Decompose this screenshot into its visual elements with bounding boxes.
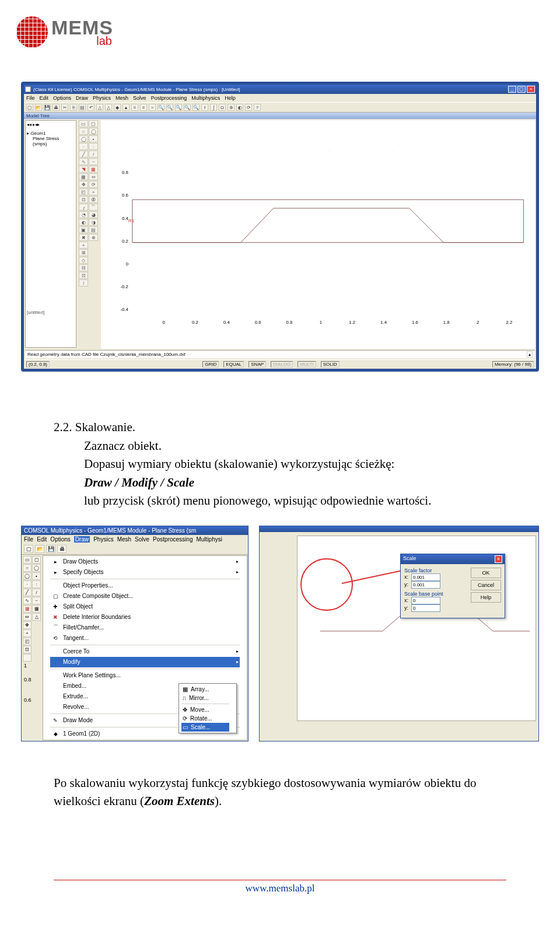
status-flag[interactable]: MULTI	[298, 361, 316, 368]
toolbar-icon[interactable]: ⊕	[228, 104, 235, 111]
toolbar-icon[interactable]: ◑	[89, 219, 98, 226]
toolbar-icon[interactable]: ▦	[89, 166, 98, 173]
menu-item[interactable]: Multiphysi	[196, 536, 222, 543]
delete-icon[interactable]: ✖	[79, 234, 88, 241]
toolbar-icon[interactable]: ⊡	[23, 646, 32, 653]
sub-rotate[interactable]: ⟳Rotate...	[181, 714, 229, 723]
menu-tangent[interactable]: ⟲Tangent...	[50, 633, 240, 643]
rotate-icon[interactable]: ⟳	[89, 181, 98, 188]
tree-child[interactable]: Plane Stress (smps)	[27, 136, 75, 146]
point-icon[interactable]: ·	[79, 143, 88, 150]
toolbar-icon[interactable]: ≡	[131, 104, 138, 111]
toolbar[interactable]: ▢ 📂 💾 🖶	[22, 544, 248, 555]
tree-btns[interactable]: ◂◂ ▸◂▸	[27, 122, 75, 127]
x-base-input[interactable]: 0	[411, 597, 440, 604]
sub-scale[interactable]: ▭Scale...	[181, 723, 229, 732]
save-icon[interactable]: 💾	[46, 545, 55, 553]
toolbar-icon[interactable]: ◔	[79, 211, 88, 218]
menubar[interactable]: File Edit Options Draw Physics Mesh Solv…	[24, 94, 536, 102]
toolbar-icon[interactable]: ◐	[79, 219, 88, 226]
model-tree[interactable]: ◂◂ ▸◂▸ ▸ Geom1 Plane Stress (smps) [unti…	[25, 120, 76, 348]
toolbar-icon[interactable]: :	[89, 143, 98, 150]
menu-item[interactable]: Solve	[135, 536, 149, 543]
ellipse-icon[interactable]: ◯	[89, 128, 98, 135]
ellipse-icon[interactable]: ○	[23, 564, 32, 572]
cancel-button[interactable]: Cancel	[471, 580, 501, 590]
toolbar-icon[interactable]: Ω	[219, 104, 226, 111]
line-icon[interactable]: /	[32, 589, 41, 596]
ellipse-icon[interactable]: ◯	[32, 564, 41, 572]
scale-icon[interactable]: ◰	[79, 188, 88, 195]
toolbar[interactable]: ▢ 📂 💾 🖶 ✂ ⎘ ▤ ↶ △ △ ◆ ▲ ≡ ≡ = 🔍 🔍 🔍 🔍 🔍 …	[24, 102, 536, 113]
menu-create-composite[interactable]: ▢Create Composite Object...	[50, 591, 240, 601]
line-icon[interactable]: ╱	[23, 589, 32, 596]
move-icon[interactable]: ✥	[23, 621, 32, 629]
toolbar-icon[interactable]: +	[23, 629, 32, 637]
toolbar-icon[interactable]: ⊗	[89, 234, 98, 241]
menu-item[interactable]: Draw	[76, 95, 88, 101]
ellipse-icon[interactable]: ◯	[79, 135, 88, 142]
toolbar-icon[interactable]: ≡	[140, 104, 147, 111]
modify-submenu[interactable]: ▦Array... ⎍Mirror... ✥Move... ⟳Rotate...…	[178, 683, 237, 733]
toolbar-icon[interactable]: •	[89, 135, 98, 142]
toolbar-icon[interactable]: ⟳	[245, 104, 252, 111]
point-icon[interactable]: ·	[23, 580, 32, 588]
toolbar-icon[interactable]: ▣	[79, 226, 88, 233]
line-icon[interactable]: ╱	[79, 151, 88, 158]
tangent-icon[interactable]: ⌒	[89, 204, 98, 211]
toolbar-icon[interactable]: :	[32, 580, 41, 588]
toolbar-icon[interactable]: ▦	[23, 605, 32, 613]
rect-icon[interactable]: ▢	[32, 556, 41, 564]
copy-icon[interactable]: ⎘	[70, 104, 77, 111]
open-icon[interactable]: 📂	[35, 104, 42, 111]
menu-item[interactable]: Edit	[37, 536, 47, 543]
menu-item[interactable]: Mesh	[116, 95, 128, 101]
maximize-button[interactable]: ▢	[517, 86, 526, 93]
curve-icon[interactable]: ∿	[79, 158, 88, 165]
rect-icon[interactable]: ▭	[79, 120, 88, 127]
zoom-icon[interactable]: 🔍	[192, 104, 200, 111]
toolbar-icon[interactable]: △	[32, 613, 41, 621]
menu-item[interactable]: Solve	[133, 95, 146, 101]
status-flag[interactable]: GRID	[202, 361, 219, 368]
rect-icon[interactable]: ▢	[89, 120, 98, 127]
toolbar-icon[interactable]: =	[149, 104, 156, 111]
minimize-button[interactable]: _	[508, 86, 516, 93]
status-flag[interactable]: EQUAL	[223, 361, 244, 368]
ellipse-icon[interactable]: ◯	[23, 572, 32, 580]
toolbar-icon[interactable]: ▤	[89, 226, 98, 233]
curve-icon[interactable]: ~	[32, 597, 41, 604]
toolbar-icon[interactable]: ◕	[89, 211, 98, 218]
tree-root[interactable]: ▸ Geom1	[27, 131, 75, 136]
sub-mirror[interactable]: ⎍Mirror...	[181, 694, 229, 702]
menu-item[interactable]: Options	[53, 95, 71, 101]
zoom-icon[interactable]: 🔍	[158, 104, 164, 111]
mirror-icon[interactable]: ⇔	[89, 173, 98, 180]
menu-work-plane[interactable]: Work Plane Settings...	[50, 670, 240, 681]
zoom-icon[interactable]: 🔍	[166, 104, 173, 111]
toolbar-icon[interactable]: ◆	[114, 104, 121, 111]
close-button[interactable]: ×	[527, 86, 535, 93]
menu-fillet[interactable]: ⌒Fillet/Chamfer...	[50, 622, 240, 633]
menu-specify-objects[interactable]: ▸Specify Objects▸	[50, 567, 240, 578]
menubar[interactable]: File Edit Options Draw Physics Mesh Solv…	[22, 535, 248, 544]
toolbar-icon[interactable]: ◥	[79, 166, 88, 173]
menu-item[interactable]: File	[24, 536, 33, 543]
sub-move[interactable]: ✥Move...	[181, 705, 229, 714]
menu-item-active[interactable]: Draw	[74, 536, 90, 543]
paste-icon[interactable]: ▤	[79, 104, 86, 111]
menu-item[interactable]: Edit	[40, 95, 49, 101]
menu-item[interactable]: Mesh	[117, 536, 131, 543]
close-icon[interactable]: ×	[495, 555, 502, 563]
menu-item[interactable]: Postprocessing	[151, 95, 187, 101]
fillet-icon[interactable]: ╭	[79, 204, 88, 211]
toolbar-icon[interactable]: f	[201, 104, 208, 111]
toolbar-icon[interactable]: ▲	[123, 104, 130, 111]
print-icon[interactable]: 🖶	[52, 104, 60, 111]
toolbar-icon[interactable]: △	[96, 104, 103, 111]
scale-icon[interactable]: ◰	[23, 638, 32, 645]
ok-button[interactable]: OK	[471, 568, 501, 578]
toolbar-icon[interactable]: ▢	[26, 104, 33, 111]
menu-draw-objects[interactable]: ▸Draw Objects▸	[50, 557, 240, 567]
toolbar-icon[interactable]: ⊡	[79, 196, 88, 203]
